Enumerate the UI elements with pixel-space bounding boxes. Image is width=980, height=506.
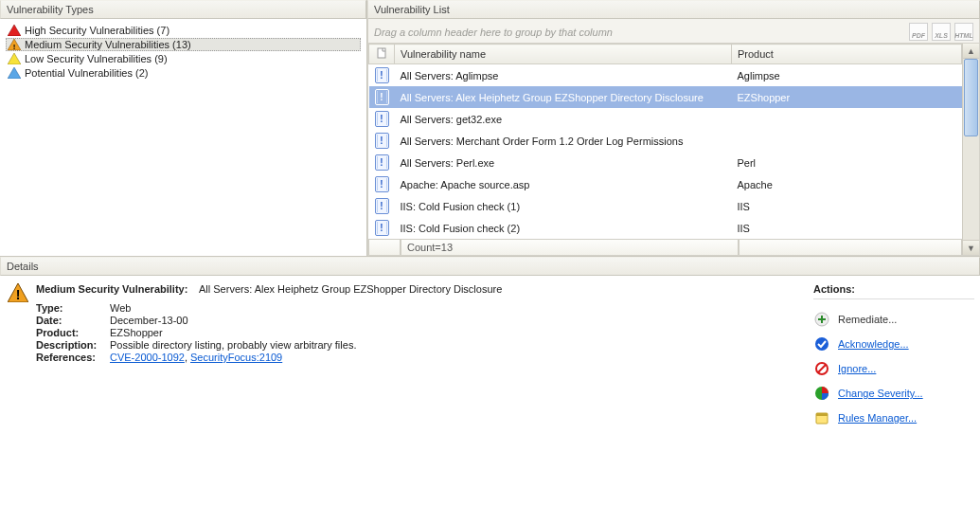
- export-pdf-button[interactable]: PDF: [909, 23, 928, 41]
- vuln-row-icon: !: [375, 111, 389, 127]
- table-row[interactable]: !Apache: Apache source.aspApache: [369, 173, 962, 195]
- prohibit-icon: [813, 360, 830, 377]
- vuln-row-icon: !: [375, 89, 389, 105]
- action-rules-manager[interactable]: Rules Manager...: [813, 406, 974, 430]
- cell-product: Apache: [732, 173, 962, 195]
- svg-marker-3: [8, 53, 21, 64]
- vuln-row-icon: !: [375, 198, 389, 214]
- severity-medium-large-icon: !: [8, 283, 28, 430]
- svg-text:!: !: [13, 43, 16, 50]
- details-header: Details: [0, 257, 980, 276]
- reference-link[interactable]: CVE-2000-1092: [110, 352, 185, 363]
- col-header-product[interactable]: Product: [732, 45, 962, 64]
- action-ignore[interactable]: Ignore...: [813, 356, 974, 381]
- table-row[interactable]: !All Servers: Alex Heiphetz Group EZShop…: [369, 86, 962, 108]
- tree-item-medium[interactable]: ! Medium Security Vulnerabilities (13): [6, 38, 361, 51]
- table-row[interactable]: !All Servers: Perl.exePerl: [369, 152, 962, 173]
- plus-icon: [813, 311, 830, 328]
- cell-product: Aglimpse: [732, 64, 962, 87]
- vuln-row-icon: !: [375, 67, 389, 83]
- vuln-row-icon: !: [375, 176, 389, 192]
- svg-marker-0: [8, 25, 21, 36]
- scroll-up-button[interactable]: ▲: [963, 44, 979, 59]
- tree-item-label: Potential Vulnerabilities (2): [25, 67, 148, 79]
- reference-link[interactable]: SecurityFocus:2109: [190, 352, 282, 363]
- severity-medium-icon: !: [8, 39, 21, 50]
- cell-name: All Servers: Perl.exe: [395, 152, 732, 173]
- export-xls-button[interactable]: XLS: [932, 23, 951, 41]
- vuln-row-icon: !: [375, 220, 389, 236]
- vuln-types-tree: High Security Vulnerabilities (7) ! Medi…: [0, 19, 366, 256]
- svg-point-11: [815, 337, 829, 351]
- tree-item-label: High Security Vulnerabilities (7): [25, 25, 169, 36]
- cell-product: EZShopper: [732, 86, 962, 108]
- table-row[interactable]: !All Servers: Merchant Order Form 1.2 Or…: [369, 130, 962, 152]
- label-date: Date:: [36, 315, 110, 326]
- notebook-icon: [813, 409, 830, 426]
- vuln-grid: Vulnerability name Product !All Servers:…: [368, 44, 962, 239]
- value-product: EZShopper: [110, 327, 804, 338]
- table-row[interactable]: !All Servers: get32.exe: [369, 108, 962, 130]
- value-type: Web: [110, 302, 804, 314]
- details-heading-label: Medium Security Vulnerability:: [36, 283, 187, 295]
- tree-item-potential[interactable]: Potential Vulnerabilities (2): [6, 66, 361, 80]
- vuln-row-icon: !: [375, 154, 389, 171]
- cell-name: All Servers: Aglimpse: [395, 64, 732, 87]
- cell-name: All Servers: Merchant Order Form 1.2 Ord…: [395, 130, 732, 152]
- pie-icon: [813, 385, 830, 402]
- action-label: Change Severity...: [838, 388, 923, 399]
- action-label: Rules Manager...: [838, 412, 917, 424]
- label-references: References:: [36, 352, 110, 363]
- cell-name: IIS: Cold Fusion check (1): [395, 195, 732, 217]
- svg-text:!: !: [16, 287, 21, 302]
- value-date: December-13-00: [110, 315, 804, 326]
- action-remediate[interactable]: Remediate...: [813, 307, 974, 332]
- action-label: Acknowledge...: [838, 338, 909, 350]
- action-label: Ignore...: [838, 363, 876, 374]
- tree-item-label: Low Security Vulnerabilities (9): [25, 53, 168, 64]
- severity-high-icon: [8, 25, 21, 36]
- svg-rect-5: [378, 48, 385, 58]
- severity-low-icon: [8, 53, 21, 64]
- col-header-icon[interactable]: [369, 45, 395, 64]
- action-change-severity[interactable]: Change Severity...: [813, 381, 974, 406]
- vuln-row-icon: !: [375, 133, 389, 149]
- group-hint[interactable]: Drag a column header here to group by th…: [374, 27, 613, 38]
- cell-product: Perl: [732, 152, 962, 173]
- label-type: Type:: [36, 302, 110, 314]
- cell-product: IIS: [732, 195, 962, 217]
- check-icon: [813, 335, 830, 352]
- label-product: Product:: [36, 327, 110, 338]
- cell-product: [732, 130, 962, 152]
- scroll-thumb[interactable]: [964, 59, 978, 136]
- action-label: Remediate...: [838, 314, 897, 325]
- tree-item-label: Medium Security Vulnerabilities (13): [25, 39, 191, 50]
- severity-potential-icon: [8, 67, 21, 79]
- label-description: Description:: [36, 339, 110, 351]
- cell-name: All Servers: Alex Heiphetz Group EZShopp…: [395, 86, 732, 108]
- value-description: Possible directory listing, probably vie…: [110, 339, 804, 351]
- scroll-down-button[interactable]: ▼: [963, 240, 979, 255]
- svg-marker-4: [8, 67, 21, 79]
- tree-item-low[interactable]: Low Security Vulnerabilities (9): [6, 52, 361, 65]
- vuln-list-header: Vulnerability List: [367, 0, 980, 19]
- document-icon: [377, 47, 386, 59]
- cell-name: All Servers: get32.exe: [395, 108, 732, 130]
- grid-footer: Count=13: [368, 239, 962, 255]
- vertical-scrollbar[interactable]: ▲ ▼: [962, 44, 979, 255]
- details-heading-value: All Servers: Alex Heiphetz Group EZShopp…: [199, 283, 502, 295]
- cell-product: [732, 108, 962, 130]
- cell-name: Apache: Apache source.asp: [395, 173, 732, 195]
- cell-product: IIS: [732, 217, 962, 239]
- tree-item-high[interactable]: High Security Vulnerabilities (7): [6, 24, 361, 37]
- actions-heading: Actions:: [813, 283, 974, 295]
- table-row[interactable]: !All Servers: AglimpseAglimpse: [369, 64, 962, 87]
- action-acknowledge[interactable]: Acknowledge...: [813, 332, 974, 356]
- grid-footer-count: Count=13: [401, 240, 739, 255]
- table-row[interactable]: !IIS: Cold Fusion check (2)IIS: [369, 217, 962, 239]
- export-html-button[interactable]: HTML: [954, 23, 973, 41]
- svg-rect-16: [816, 413, 828, 416]
- cell-name: IIS: Cold Fusion check (2): [395, 217, 732, 239]
- table-row[interactable]: !IIS: Cold Fusion check (1)IIS: [369, 195, 962, 217]
- col-header-name[interactable]: Vulnerability name: [395, 45, 732, 64]
